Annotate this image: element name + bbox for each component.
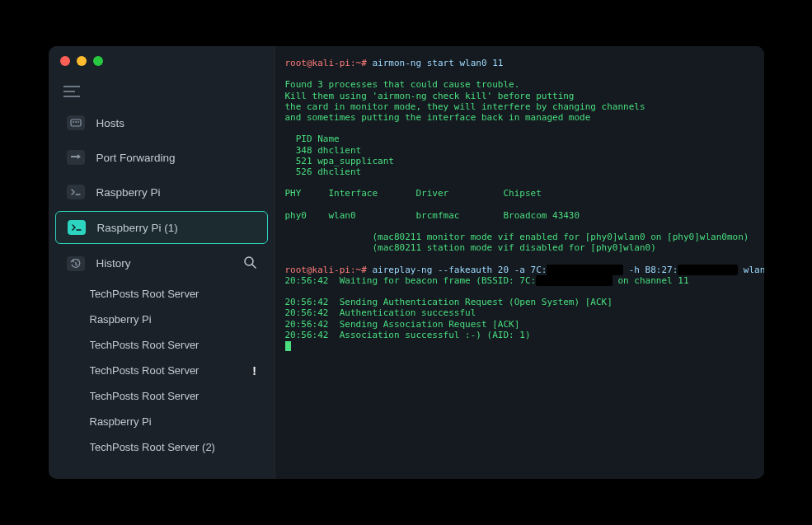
history-item[interactable]: Raspberry Pi [55,307,268,332]
history-item[interactable]: TechPosts Root Server! [55,358,268,383]
titlebar [49,46,275,76]
svg-line-10 [252,265,256,268]
search-button[interactable] [243,255,256,271]
history-item[interactable]: Raspberry Pi [55,409,268,434]
search-icon [243,255,256,269]
hosts-icon [67,115,85,130]
history-list: TechPosts Root Server Raspberry Pi TechP… [49,281,275,479]
terminal-icon [67,185,85,199]
history-header: History [55,247,268,279]
svg-point-4 [73,121,74,123]
history-item[interactable]: TechPosts Root Server (2) [55,434,268,460]
cursor [285,341,291,351]
alert-icon: ! [253,366,256,376]
history-icon [67,256,85,271]
terminal-pane[interactable]: root@kali-pi:~# airmon-ng start wlan0 11… [275,46,764,479]
sidebar: Hosts Port Forwarding Raspberry Pi Raspb… [49,46,275,479]
hamburger-icon [63,86,80,97]
svg-point-5 [75,121,77,123]
port-forwarding-icon [67,150,85,165]
terminal-icon [68,220,86,235]
sidebar-item-label: Port Forwarding [96,152,176,164]
history-label: History [96,257,232,270]
history-item[interactable]: TechPosts Root Server [55,383,268,409]
svg-point-6 [77,121,79,123]
svg-rect-3 [71,120,81,126]
sidebar-item-raspberry-pi-1[interactable]: Raspberry Pi (1) [55,211,268,244]
minimize-button[interactable] [77,56,87,66]
menu-button[interactable] [49,76,275,105]
sidebar-item-label: Raspberry Pi [96,186,161,199]
history-item[interactable]: TechPosts Root Server [55,332,268,358]
history-item[interactable]: TechPosts Root Server [55,281,268,307]
sidebar-item-raspberry-pi[interactable]: Raspberry Pi [55,176,268,208]
sidebar-item-hosts[interactable]: Hosts [55,107,268,138]
close-button[interactable] [60,56,70,66]
sidebar-item-port-forwarding[interactable]: Port Forwarding [55,142,268,173]
maximize-button[interactable] [93,56,103,66]
sidebar-item-label: Raspberry Pi (1) [97,222,178,234]
sidebar-item-label: Hosts [96,117,125,129]
terminal-output: root@kali-pi:~# airmon-ng start wlan0 11… [285,58,754,351]
app-window: Hosts Port Forwarding Raspberry Pi Raspb… [49,46,764,479]
